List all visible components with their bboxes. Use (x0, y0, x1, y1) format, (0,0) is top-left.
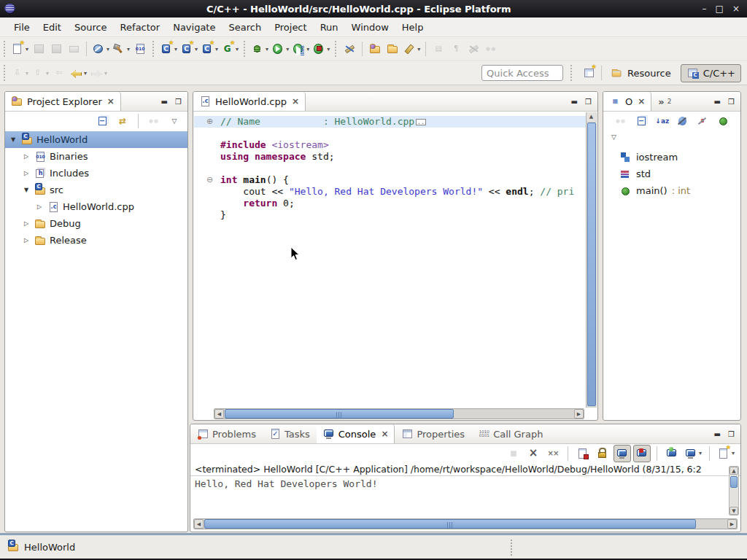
code-editor[interactable]: ⊕// Name : HelloWorld.cpp..#include <ios… (194, 112, 586, 408)
dropdown-icon[interactable]: ▾ (236, 46, 239, 52)
scroll-right-icon[interactable]: ▶ (574, 409, 584, 419)
console-scroll-left-icon[interactable]: ◀ (194, 519, 204, 529)
console-scroll-right-icon[interactable]: ▶ (727, 519, 737, 529)
console-display-console-button[interactable]: ▾ (683, 445, 703, 462)
tab-helloworld-cpp[interactable]: .c HelloWorld.cpp × (193, 92, 306, 111)
open-resource-button[interactable] (384, 40, 401, 58)
open-perspective-button[interactable] (580, 64, 597, 82)
code-line-8[interactable]: return 0; (194, 198, 586, 209)
run-history-button[interactable]: ▾ (290, 40, 311, 58)
build-button[interactable]: ▾ (111, 40, 131, 58)
outline-collapse-all-button[interactable]: − (632, 112, 650, 130)
outline-hide-fields-button[interactable] (673, 112, 691, 130)
console-scroll-up-icon[interactable]: ▲ (729, 467, 738, 475)
profile-button[interactable]: ▾ (90, 40, 111, 58)
code-line-1[interactable]: ⊕// Name : HelloWorld.cpp.. (194, 116, 586, 128)
expand-arrow-icon[interactable]: ▷ (21, 170, 31, 176)
menu-file[interactable]: File (7, 19, 36, 36)
folded-region-icon[interactable]: .. (416, 119, 426, 125)
tab-problems[interactable]: Problems (190, 424, 263, 443)
console-hscroll-thumb[interactable] (204, 519, 696, 529)
expand-arrow-icon[interactable]: ▷ (21, 237, 31, 244)
console-scroll-lock-button[interactable] (594, 445, 611, 462)
editor-horizontal-scrollbar[interactable]: ◀ ▶ (214, 408, 584, 419)
view-menu-icon[interactable]: ▽ (608, 131, 620, 143)
outline-hide-static-button[interactable]: s (694, 112, 711, 130)
editor-vertical-scrollbar[interactable]: ▲ (586, 112, 597, 408)
code-line-7[interactable]: cout << "Hello, Red Hat Developers World… (194, 186, 586, 198)
editor-vscroll-thumb[interactable] (587, 122, 596, 406)
console-open-console-button[interactable]: ▾ (716, 445, 736, 462)
console-vscroll-thumb[interactable] (730, 476, 738, 488)
new-cpp-project-button[interactable]: C▾ (158, 40, 179, 58)
fold-collapse-icon[interactable]: ⊖ (206, 174, 217, 186)
new-source-file-button[interactable]: C▾ (199, 40, 220, 58)
tab-tasks[interactable]: ✓Tasks (263, 424, 317, 443)
code-line-2[interactable] (194, 128, 586, 139)
menu-refactor[interactable]: Refactor (114, 19, 167, 36)
tree-item-debug[interactable]: ▷Debug (5, 215, 187, 232)
console-vertical-scrollbar[interactable]: ▲ ▼ (729, 466, 739, 516)
statusbar-drag-handle[interactable] (511, 540, 513, 556)
minimize-console-button[interactable]: ▬ (714, 430, 721, 438)
dropdown-icon[interactable]: ▾ (46, 70, 49, 77)
console-scroll-down-icon[interactable]: ▼ (729, 507, 738, 515)
tree-item-includes[interactable]: ▷hIncludes (5, 165, 187, 182)
console-show-stderr-button[interactable] (633, 445, 651, 462)
perspective-cpp[interactable]: C C/C++ (681, 64, 741, 82)
console-show-stdout-button[interactable] (614, 445, 631, 462)
tab-call-graph[interactable]: 1010 0101Call Graph (471, 424, 549, 443)
console-remove-launch-button[interactable]: × (525, 445, 542, 462)
maximize-console-button[interactable]: ❒ (728, 430, 735, 438)
tab-project-explorer[interactable]: Project Explorer × (5, 92, 121, 111)
open-element-button[interactable] (366, 40, 384, 58)
new-source-folder-button[interactable]: C▾ (179, 40, 199, 58)
pe-link-editor-button[interactable]: ⇄ (114, 112, 131, 130)
tab-properties[interactable]: Properties (395, 424, 471, 443)
console-clear-console-button[interactable] (574, 445, 592, 462)
dropdown-icon[interactable]: ▾ (306, 46, 309, 52)
code-line-9[interactable]: } (194, 209, 586, 221)
outline-sort-az-button[interactable]: ↓az (653, 112, 670, 130)
maximize-outline-button[interactable]: ❒ (728, 98, 735, 106)
new-wizard-button[interactable]: ▾ (9, 40, 30, 58)
dropdown-icon[interactable]: ▾ (104, 70, 107, 77)
menu-help[interactable]: Help (395, 19, 430, 36)
menu-search[interactable]: Search (222, 19, 268, 36)
menu-window[interactable]: Window (345, 19, 395, 36)
dropdown-icon[interactable]: ▾ (215, 46, 218, 52)
dropdown-icon[interactable]: ▾ (699, 450, 702, 456)
editor-hscroll-thumb[interactable] (225, 409, 454, 419)
collapse-arrow-icon[interactable]: ▼ (21, 187, 31, 193)
perspective-resource[interactable]: Resource (605, 64, 676, 82)
outline-item-main-[interactable]: main() : int (603, 182, 740, 199)
console-pin-console-button[interactable] (663, 445, 681, 462)
dropdown-icon[interactable]: ▾ (732, 450, 735, 456)
dropdown-icon[interactable]: ▾ (107, 46, 109, 52)
close-outline-tab-icon[interactable]: × (638, 96, 645, 106)
dropdown-icon[interactable]: ▾ (127, 46, 130, 52)
new-class-button[interactable]: G▾ (220, 40, 240, 58)
menu-project[interactable]: Project (268, 19, 313, 36)
close-button[interactable]: × (732, 4, 740, 14)
dropdown-icon[interactable]: ▾ (327, 46, 330, 52)
binary-file-button[interactable]: 010 (131, 40, 149, 58)
menu-edit[interactable]: Edit (36, 19, 68, 36)
outline-item-iostream[interactable]: iostream (603, 149, 740, 166)
tree-item-helloworld[interactable]: ▼HelloWorld (5, 131, 187, 148)
expand-arrow-icon[interactable]: ▷ (21, 153, 31, 160)
menu-navigate[interactable]: Navigate (166, 19, 222, 36)
expand-arrow-icon[interactable]: ▷ (21, 220, 31, 227)
dropdown-icon[interactable]: ▾ (26, 70, 28, 77)
minimize-view-button[interactable]: ▬ (161, 98, 168, 106)
minimize-button[interactable]: – (703, 4, 707, 14)
pencil-slash-button[interactable] (341, 40, 358, 58)
maximize-button[interactable]: □ (716, 4, 724, 14)
view-stack-tab[interactable]: »2 (651, 92, 678, 111)
run-button[interactable]: ▾ (270, 40, 290, 58)
pe-collapse-all-button[interactable]: − (93, 112, 111, 130)
menu-run[interactable]: Run (314, 19, 345, 36)
dropdown-icon[interactable]: ▾ (174, 46, 177, 52)
console-remove-all-button[interactable]: ×× (544, 445, 562, 462)
maximize-editor-button[interactable]: ❒ (585, 98, 592, 106)
